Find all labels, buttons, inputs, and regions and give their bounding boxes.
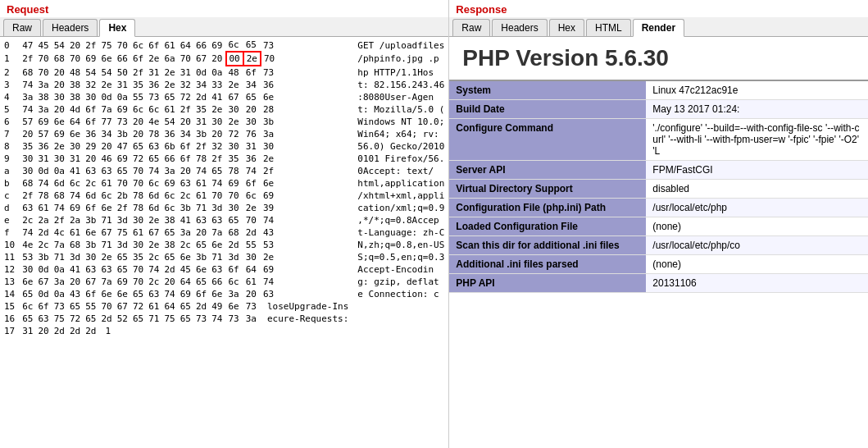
hex-byte[interactable]: 69 [178,288,193,300]
hex-byte[interactable]: 6c [20,300,35,313]
hex-byte[interactable]: 61 [193,177,209,190]
hex-byte[interactable]: 70 [261,52,351,66]
hex-byte[interactable]: 2f [115,202,130,214]
hex-byte[interactable]: 65 [20,288,35,300]
hex-byte[interactable]: 7a [99,103,115,116]
hex-byte[interactable]: 0a [52,165,67,177]
hex-byte[interactable]: 20 [162,276,178,288]
hex-byte[interactable]: 45 [36,39,52,52]
hex-byte[interactable]: 6e [226,300,243,313]
hex-byte[interactable]: 34 [243,79,261,91]
hex-byte[interactable]: 0a [52,288,67,300]
hex-byte[interactable]: 0d [36,263,52,276]
hex-byte[interactable]: 78 [193,153,209,165]
hex-byte[interactable]: 61 [162,103,178,116]
hex-byte[interactable]: 6e [20,276,35,288]
hex-byte[interactable]: 61 [67,226,83,239]
hex-byte[interactable]: 20 [52,79,67,91]
hex-byte[interactable]: 2e [243,202,261,214]
hex-byte[interactable]: 63 [146,288,161,300]
php-info-content[interactable]: SystemLinux 47c212ac91eBuild DateMay 13 … [449,81,868,448]
hex-byte[interactable]: 6f [130,52,146,66]
hex-byte[interactable]: 30 [83,91,98,103]
hex-byte[interactable]: 48 [226,66,243,79]
hex-byte[interactable]: 53 [261,239,351,251]
hex-byte[interactable]: 31 [178,66,193,79]
hex-byte[interactable]: 70 [130,165,146,177]
hex-byte[interactable]: 77 [99,116,115,128]
hex-byte[interactable]: 67 [115,300,130,313]
hex-byte[interactable]: 68 [52,190,67,202]
hex-byte[interactable]: 49 [209,300,225,313]
hex-byte[interactable]: 0a [52,263,67,276]
hex-byte[interactable]: 73 [52,300,67,313]
hex-byte[interactable]: 31 [146,66,161,79]
hex-byte[interactable]: 6d [146,190,161,202]
hex-byte[interactable]: 72 [130,153,146,165]
hex-byte[interactable]: 20 [209,52,225,66]
hex-byte[interactable]: 74 [193,165,209,177]
hex-byte[interactable]: 73 [226,313,243,325]
hex-byte[interactable]: 65 [130,288,146,300]
hex-byte[interactable]: 41 [67,165,83,177]
hex-byte[interactable]: 71 [146,313,161,325]
hex-byte[interactable]: 70 [178,52,193,66]
hex-byte[interactable]: 67 [226,91,243,103]
hex-byte[interactable]: 73 [261,66,351,79]
hex-byte[interactable]: 30 [243,251,261,263]
hex-byte[interactable]: 65 [83,313,98,325]
hex-byte[interactable]: 65 [67,300,83,313]
hex-byte[interactable]: 74 [261,276,351,288]
hex-byte[interactable]: 70 [130,177,146,190]
hex-byte[interactable]: 74 [261,214,351,226]
hex-byte[interactable]: 4e [146,116,161,128]
hex-byte[interactable]: 64 [178,39,193,52]
hex-byte[interactable]: 6e [261,177,351,190]
hex-byte[interactable]: 63 [209,214,225,226]
hex-byte[interactable]: 2f [193,140,209,153]
hex-byte[interactable]: 6d [146,202,161,214]
hex-byte[interactable]: 72 [130,300,146,313]
hex-byte[interactable]: 54 [162,116,178,128]
hex-byte[interactable]: 2e [52,140,67,153]
hex-byte[interactable]: 6c [146,177,161,190]
hex-byte[interactable]: 61 [99,177,115,190]
tab-render[interactable]: Render [633,19,684,37]
hex-byte[interactable]: 74 [209,313,225,325]
hex-byte[interactable]: 35 [130,79,146,91]
hex-byte[interactable]: 73 [193,313,209,325]
hex-byte[interactable]: 6e [52,116,67,128]
hex-byte[interactable]: 2a [67,214,83,226]
hex-byte[interactable]: 32 [178,79,193,91]
hex-byte[interactable]: 4c [52,226,67,239]
hex-byte[interactable]: 52 [115,313,130,325]
hex-byte[interactable]: 64 [243,263,261,276]
hex-byte[interactable]: 3d [115,239,130,251]
hex-byte[interactable]: 3a [20,91,35,103]
hex-byte[interactable]: 2e [226,116,243,128]
hex-byte[interactable]: 67 [83,276,98,288]
hex-byte[interactable]: 6f [178,140,193,153]
hex-byte[interactable]: 70 [99,300,115,313]
hex-byte[interactable]: 6c [99,190,115,202]
hex-byte[interactable]: 63 [146,140,161,153]
hex-byte[interactable]: 31 [193,116,209,128]
hex-byte[interactable]: 3d [226,251,243,263]
hex-byte[interactable]: 70 [243,214,261,226]
hex-byte[interactable]: 20 [193,226,209,239]
hex-byte[interactable]: 63 [83,165,98,177]
hex-byte[interactable]: 7a [99,276,115,288]
hex-byte[interactable]: 67 [146,226,161,239]
hex-byte[interactable]: 3a [162,165,178,177]
hex-byte[interactable]: 68 [67,239,83,251]
hex-byte[interactable]: 65 [226,214,243,226]
hex-byte[interactable]: 2c [20,214,35,226]
hex-byte[interactable]: 6c [243,190,261,202]
hex-byte[interactable]: 2e [261,251,351,263]
hex-byte[interactable]: 75 [52,313,67,325]
hex-byte[interactable]: 2e [162,79,178,91]
hex-byte[interactable]: 2e [146,52,161,66]
hex-byte[interactable]: 20 [130,116,146,128]
hex-byte[interactable]: 47 [20,39,35,52]
hex-byte[interactable]: 20 [243,288,261,300]
